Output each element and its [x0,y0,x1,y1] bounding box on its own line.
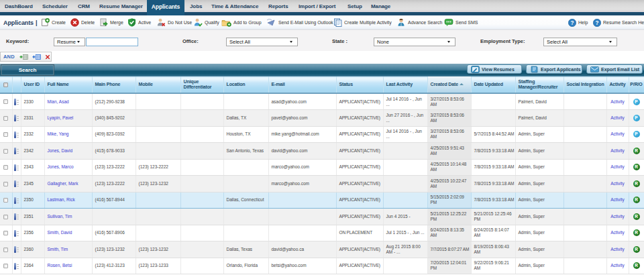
svg-text:?: ? [570,19,574,25]
svg-text:?: ? [595,19,598,25]
